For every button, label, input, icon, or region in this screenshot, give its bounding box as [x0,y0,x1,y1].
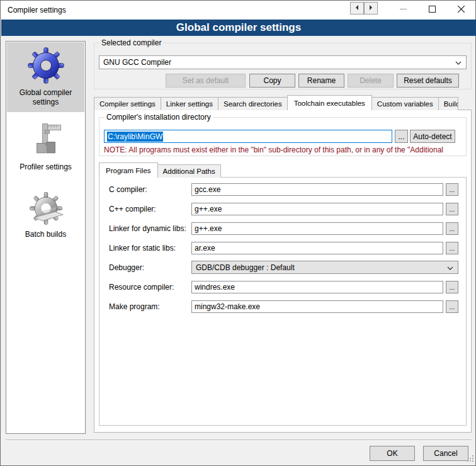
settings-category-list: Global compiler settings Profiler settin… [6,41,86,434]
ok-button[interactable]: OK [370,446,415,461]
maximize-button[interactable] [417,1,446,19]
field-label-c-compiler: C compiler: [109,185,147,194]
reset-defaults-button[interactable]: Reset defaults [397,74,459,88]
sidebar-item-label: Batch builds [7,227,84,244]
browse-dynamic-linker-button[interactable]: ... [446,222,458,235]
tab-custom-variables[interactable]: Custom variables [371,97,439,110]
close-button[interactable] [446,1,475,19]
note-text: NOTE: All programs must exist either in … [104,145,467,155]
maximize-icon [429,6,436,14]
sidebar-item-batch-builds[interactable]: Batch builds [7,178,84,244]
sidebar-item-label: Profiler settings [7,160,84,177]
group-label: Selected compiler [99,38,163,47]
chevron-down-icon [455,58,462,67]
installation-directory-input[interactable]: C:\raylib\MinGW [104,130,392,143]
page-title: Global compiler settings [1,20,476,36]
cpp-compiler-input[interactable]: g++.exe [191,203,443,215]
window-title: Compiler settings [1,6,66,14]
titlebar: Compiler settings [1,1,475,20]
cancel-button[interactable]: Cancel [423,446,468,461]
compiler-settings-dialog: Compiler settings Global compiler settin… [0,0,476,466]
field-label-static-linker: Linker for static libs: [109,244,176,253]
arrow-right-icon [368,4,373,13]
dynamic-linker-input[interactable]: g++.exe [191,222,443,235]
main-tabstrip: Compiler settings Linker settings Search… [94,95,458,110]
browse-directory-button[interactable]: ... [395,130,408,143]
rename-button[interactable]: Rename [298,74,344,88]
delete-button[interactable]: Delete [348,74,394,88]
make-program-input[interactable]: mingw32-make.exe [191,300,443,313]
blue-gear-icon [7,47,84,86]
arrow-left-icon [354,4,360,13]
installation-directory-value: C:\raylib\MinGW [107,132,163,142]
tab-search-directories[interactable]: Search directories [218,97,288,110]
sidebar-item-profiler-settings[interactable]: Profiler settings [7,113,84,177]
browse-cpp-compiler-button[interactable]: ... [446,203,458,215]
field-label-dynamic-linker: Linker for dynamic libs: [109,224,186,233]
field-label-make-program: Make program: [109,302,160,311]
field-label-cpp-compiler: C++ compiler: [109,205,156,213]
sidebar-item-label: Global compiler settings [7,86,84,112]
browse-make-program-button[interactable]: ... [446,300,458,313]
gray-gear-stack-icon [7,189,84,227]
static-linker-input[interactable]: ar.exe [191,242,443,254]
minimize-button[interactable] [388,1,417,19]
caliper-icon [7,122,84,160]
field-label-debugger: Debugger: [109,263,144,272]
sidebar-item-global-compiler-settings[interactable]: Global compiler settings [7,42,84,112]
auto-detect-button[interactable]: Auto-detect [410,130,455,143]
copy-button[interactable]: Copy [249,74,295,88]
set-as-default-button[interactable]: Set as default [166,74,246,88]
minimize-icon [400,6,407,14]
group-label: Compiler's installation directory [105,113,213,122]
browse-static-linker-button[interactable]: ... [446,242,458,254]
sub-tabstrip: Program Files Additional Paths [99,162,220,178]
tab-build-options[interactable]: Build options [438,97,458,110]
tab-linker-settings[interactable]: Linker settings [161,97,218,110]
tab-scroll-right-button[interactable] [364,2,378,14]
close-icon [458,6,465,14]
subtab-program-files[interactable]: Program Files [99,162,158,178]
tab-compiler-settings[interactable]: Compiler settings [94,97,161,110]
footer-separator [6,440,472,441]
tab-scroll-left-button[interactable] [350,2,364,14]
resize-grip-icon[interactable] [467,455,474,464]
tab-toolchain-executables[interactable]: Toolchain executables [287,95,372,110]
field-label-resource-compiler: Resource compiler: [109,283,174,292]
chevron-down-icon [447,263,453,272]
resource-compiler-input[interactable]: windres.exe [191,281,443,293]
debugger-select[interactable]: GDB/CDB debugger : Default [191,261,458,274]
subtab-additional-paths[interactable]: Additional Paths [157,164,221,178]
browse-c-compiler-button[interactable]: ... [446,183,458,196]
browse-resource-compiler-button[interactable]: ... [446,281,458,293]
compiler-select-value: GNU GCC Compiler [103,58,171,67]
compiler-select[interactable]: GNU GCC Compiler [99,55,467,69]
c-compiler-input[interactable]: gcc.exe [191,183,443,196]
debugger-select-value: GDB/CDB debugger : Default [196,263,295,272]
